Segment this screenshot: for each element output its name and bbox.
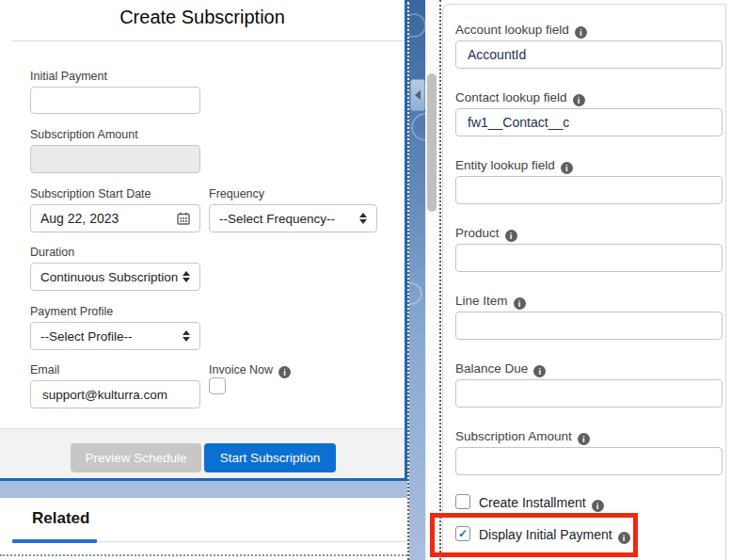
dotted-canvas-border xyxy=(407,0,409,560)
balance-due-input[interactable] xyxy=(455,379,723,408)
calendar-icon[interactable] xyxy=(177,212,190,225)
info-icon[interactable] xyxy=(514,297,526,310)
line-item-label: Line Item xyxy=(455,294,526,310)
subscription-amount-setting-label: Subscription Amount xyxy=(455,429,590,445)
start-date-input[interactable]: Aug 22, 2023 xyxy=(30,204,200,232)
scrollbar-thumb[interactable] xyxy=(427,73,437,212)
subscription-amount-input xyxy=(30,145,200,173)
info-icon[interactable] xyxy=(573,94,585,106)
properties-panel: Account lookup field Contact lookup fiel… xyxy=(442,4,726,560)
info-icon[interactable] xyxy=(575,26,587,39)
info-icon[interactable] xyxy=(618,532,630,544)
preview-schedule-button[interactable]: Preview Schedule xyxy=(71,443,201,472)
info-icon[interactable] xyxy=(578,433,590,445)
initial-payment-label: Initial Payment xyxy=(30,70,107,83)
payment-profile-label: Payment Profile xyxy=(30,305,113,318)
entity-lookup-field-input[interactable] xyxy=(455,176,723,204)
email-input[interactable] xyxy=(30,380,200,408)
related-tab-active-underline xyxy=(12,539,97,543)
start-date-value: Aug 22, 2023 xyxy=(40,211,173,226)
account-lookup-field-label: Account lookup field xyxy=(455,23,587,39)
dotted-region-divider xyxy=(0,554,407,556)
contact-lookup-field-input[interactable] xyxy=(455,108,723,136)
info-icon[interactable] xyxy=(278,366,291,378)
subscription-amount-setting-input[interactable] xyxy=(455,447,723,475)
select-stepper-icon xyxy=(183,271,190,282)
info-icon[interactable] xyxy=(505,230,517,242)
modal-title: Create Subscription xyxy=(0,7,405,28)
invoice-now-checkbox[interactable] xyxy=(209,377,226,394)
start-subscription-button[interactable]: Start Subscription xyxy=(204,443,336,472)
contact-lookup-field-label: Contact lookup field xyxy=(455,90,585,106)
product-input[interactable] xyxy=(455,244,723,272)
related-tab[interactable]: Related xyxy=(32,509,89,528)
collapse-panel-button[interactable] xyxy=(410,79,425,111)
background-strip xyxy=(0,481,407,498)
select-stepper-icon xyxy=(359,213,367,224)
create-subscription-modal: Create Subscription Initial Payment Subs… xyxy=(0,0,407,481)
display-initial-payment-checkbox[interactable] xyxy=(455,526,470,541)
frequency-select[interactable]: --Select Frequency-- xyxy=(209,204,377,232)
info-icon[interactable] xyxy=(561,162,573,174)
duration-value: Continuous Subscription xyxy=(40,270,179,284)
email-label: Email xyxy=(30,363,59,376)
account-lookup-field-input[interactable] xyxy=(455,40,723,69)
related-section: Related xyxy=(0,498,407,560)
modal-footer: Preview Schedule Start Subscription xyxy=(0,428,405,478)
subscription-amount-label: Subscription Amount xyxy=(30,128,138,141)
frequency-label: Frequency xyxy=(209,187,264,200)
initial-payment-input[interactable] xyxy=(30,87,200,114)
duration-select[interactable]: Continuous Subscription xyxy=(30,263,200,291)
payment-profile-select[interactable]: --Select Profile-- xyxy=(30,322,200,350)
chevron-left-icon xyxy=(415,90,421,100)
create-installment-checkbox[interactable] xyxy=(455,494,470,509)
invoice-now-label: Invoice Now xyxy=(209,363,291,378)
start-date-label: Subscription Start Date xyxy=(30,187,151,200)
dotted-panel-border xyxy=(439,0,441,560)
select-stepper-icon xyxy=(183,330,190,342)
display-initial-payment-label: Display Initial Payment xyxy=(479,527,630,544)
payment-profile-value: --Select Profile-- xyxy=(40,329,179,344)
tab-baseline xyxy=(97,541,407,542)
duration-label: Duration xyxy=(30,246,74,259)
title-divider xyxy=(12,40,405,41)
line-item-input[interactable] xyxy=(455,312,723,340)
info-icon[interactable] xyxy=(592,500,604,512)
frequency-value: --Select Frequency-- xyxy=(219,212,356,226)
entity-lookup-field-label: Entity lookup field xyxy=(455,158,573,174)
product-label: Product xyxy=(455,226,517,242)
balance-due-label: Balance Due xyxy=(455,361,546,377)
info-icon[interactable] xyxy=(533,365,546,377)
screen: Create Subscription Initial Payment Subs… xyxy=(0,0,731,560)
create-installment-label: Create Installment xyxy=(479,495,604,512)
